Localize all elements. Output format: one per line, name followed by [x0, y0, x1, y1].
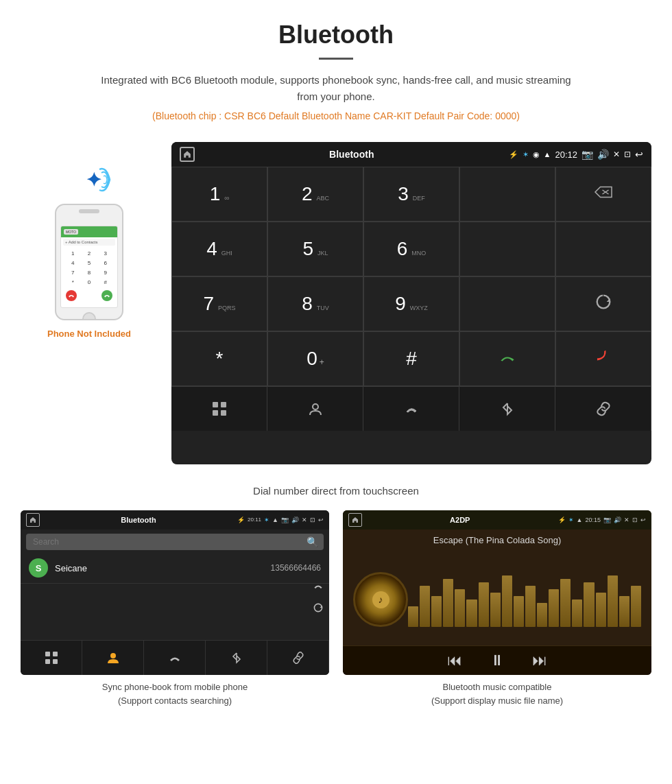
- pb-contact-name: Seicane: [55, 563, 271, 573]
- dial-key-9[interactable]: 9WXYZ: [363, 276, 459, 331]
- pb-refresh-icon[interactable]: [313, 602, 324, 616]
- dial-key-1[interactable]: 1∞: [171, 167, 267, 222]
- call-btn: [101, 290, 112, 301]
- phone-screen-header: MOTO: [61, 226, 117, 237]
- end-call-icon: [592, 346, 614, 371]
- dial-key-6[interactable]: 6MNO: [363, 222, 459, 276]
- play-pause-btn[interactable]: ⏸: [490, 652, 505, 669]
- pb-home-icon[interactable]: [26, 513, 40, 527]
- dial-key-refresh[interactable]: [555, 276, 651, 331]
- eq-bar: [584, 582, 594, 627]
- svg-rect-12: [45, 659, 50, 664]
- pb-back-icon[interactable]: ↩: [318, 516, 324, 523]
- svg-point-8: [313, 404, 318, 409]
- pb-time: 20:11: [248, 516, 261, 523]
- bottom-toolbar: [171, 386, 651, 431]
- dial-key-7[interactable]: 7PQRS: [171, 276, 267, 331]
- back-icon[interactable]: ↩: [635, 149, 643, 160]
- svg-rect-4: [213, 402, 218, 407]
- phone-key: 1: [65, 249, 81, 258]
- bluetooth-status-icon: ✶: [523, 150, 529, 159]
- phone-key: 8: [82, 268, 97, 277]
- music-caption: Bluetooth music compatible (Support disp…: [424, 675, 570, 713]
- usb-icon: ⚡: [509, 150, 518, 159]
- svg-point-14: [110, 653, 116, 658]
- dial-key-call[interactable]: [459, 331, 555, 386]
- music-note-icon: ♪: [372, 591, 389, 608]
- toolbar-btn-link[interactable]: [555, 387, 651, 431]
- music-close-icon[interactable]: ✕: [624, 516, 629, 523]
- svg-rect-10: [45, 652, 50, 656]
- phonebook-screenshot: Bluetooth ⚡ 20:11 ✶ ▲ 📷 🔊 ✕ ⊡ ↩: [21, 510, 329, 675]
- eq-bar: [408, 606, 418, 627]
- music-equalizer: [408, 572, 641, 627]
- phone-key: 2: [82, 249, 97, 258]
- specs-line: (Bluetooth chip : CSR BC6 Default Blueto…: [14, 110, 658, 121]
- eq-bar: [514, 596, 524, 627]
- phone-not-included-label: Phone Not Included: [47, 329, 131, 339]
- eq-bar: [479, 582, 489, 627]
- dial-key-end-call[interactable]: [555, 331, 651, 386]
- pb-contacts-area: S Seicane 13566664466: [21, 553, 329, 640]
- pb-close-icon[interactable]: ✕: [302, 516, 307, 523]
- music-home-icon[interactable]: [348, 513, 362, 527]
- phone-notch: [79, 209, 99, 213]
- pb-footer-contacts[interactable]: [82, 641, 144, 675]
- eq-bar: [608, 575, 618, 627]
- bluetooth-signal-icon: ✦: [62, 163, 117, 197]
- music-back-icon[interactable]: ↩: [640, 516, 646, 523]
- music-usb-icon: ⚡: [558, 516, 566, 523]
- pb-search-input[interactable]: [26, 534, 324, 550]
- svg-rect-11: [53, 652, 58, 656]
- pb-status-title: Bluetooth: [40, 516, 237, 524]
- pb-footer-phone[interactable]: [144, 641, 206, 675]
- dial-key-star[interactable]: *: [171, 331, 267, 386]
- pb-footer-apps[interactable]: [21, 641, 82, 675]
- eq-bar: [443, 579, 453, 627]
- home-icon[interactable]: [180, 147, 195, 162]
- add-to-contacts: + Add to Contacts: [63, 239, 115, 246]
- dial-key-5[interactable]: 5JKL: [267, 222, 363, 276]
- prev-btn[interactable]: ⏮: [447, 652, 462, 669]
- dial-key-2[interactable]: 2ABC: [267, 167, 363, 222]
- dial-key-0[interactable]: 0+: [267, 331, 363, 386]
- dial-key-backspace[interactable]: [555, 167, 651, 222]
- eq-bar: [455, 589, 465, 627]
- toolbar-btn-bluetooth[interactable]: [459, 387, 555, 431]
- pb-footer-link[interactable]: [267, 641, 329, 675]
- music-bt-icon: ✶: [568, 516, 574, 523]
- pb-fullscreen-icon[interactable]: ⊡: [310, 516, 315, 523]
- phone-keypad: 1 2 3 4 5 6 7 8 9 * 0 #: [63, 247, 115, 289]
- phone-key: 7: [65, 268, 81, 277]
- pb-vol-icon: 🔊: [291, 516, 299, 523]
- pb-usb-icon: ⚡: [237, 516, 245, 523]
- music-song-title: Escape (The Pina Colada Song): [343, 530, 651, 548]
- subtitle: Integrated with BC6 Bluetooth module, su…: [96, 72, 576, 105]
- phonebook-item: Bluetooth ⚡ 20:11 ✶ ▲ 📷 🔊 ✕ ⊡ ↩: [21, 510, 329, 713]
- toolbar-btn-phone[interactable]: [363, 387, 459, 431]
- phone-key: #: [97, 278, 113, 287]
- music-fullscreen-icon[interactable]: ⊡: [632, 516, 638, 523]
- close-icon[interactable]: ✕: [613, 150, 620, 159]
- fullscreen-icon[interactable]: ⊡: [624, 150, 631, 159]
- pb-cam-icon: 📷: [281, 516, 289, 523]
- dial-grid: 1∞ 2ABC 3DEF 4GHI 5JKL 6MNO: [171, 167, 651, 386]
- dial-key-3[interactable]: 3DEF: [363, 167, 459, 222]
- pb-bt-icon: ✶: [264, 516, 269, 523]
- dial-key-4[interactable]: 4GHI: [171, 222, 267, 276]
- dial-key-hash[interactable]: #: [363, 331, 459, 386]
- toolbar-btn-contacts[interactable]: [267, 387, 363, 431]
- pb-phone-icon[interactable]: [313, 580, 324, 594]
- eq-bar: [549, 589, 559, 627]
- phone-screen: MOTO + Add to Contacts 1 2 3 4 5 6 7 8: [60, 226, 118, 308]
- pb-contact-row[interactable]: S Seicane 13566664466: [21, 553, 329, 584]
- toolbar-btn-apps[interactable]: [171, 387, 267, 431]
- dial-key-8[interactable]: 8TUV: [267, 276, 363, 331]
- svg-rect-6: [213, 410, 218, 416]
- phone-key: 9: [97, 268, 113, 277]
- music-item: A2DP ⚡ ✶ ▲ 20:15 📷 🔊 ✕ ⊡ ↩ Escape (The P…: [343, 510, 651, 713]
- pb-footer-bt[interactable]: [206, 641, 267, 675]
- eq-bar: [490, 593, 501, 627]
- next-btn[interactable]: ⏭: [532, 652, 547, 669]
- dial-empty-4: [459, 276, 555, 331]
